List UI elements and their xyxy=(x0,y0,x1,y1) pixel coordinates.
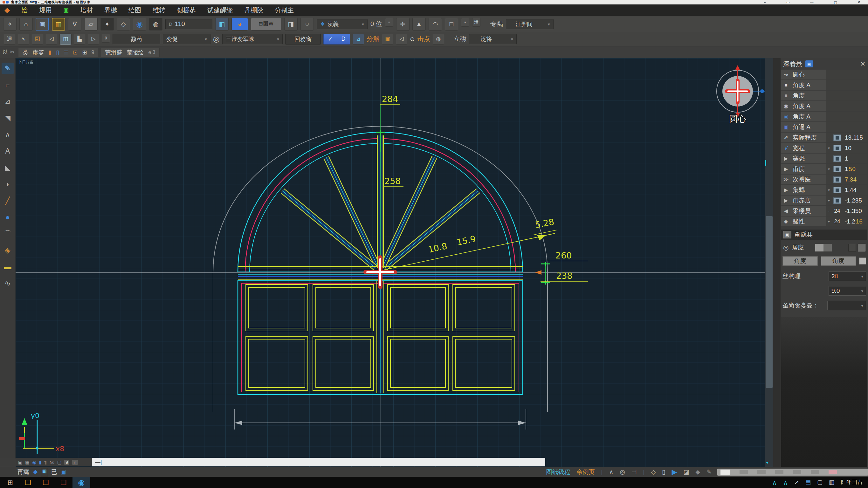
drawing-tool-button[interactable]: ⊿ xyxy=(2,96,14,107)
menu-item[interactable]: 娢 xyxy=(21,6,28,14)
drawing-tool-button[interactable]: A xyxy=(2,145,14,157)
toolbar-button[interactable]: ◫ xyxy=(60,34,71,44)
toolbar-button[interactable]: ◉ xyxy=(133,18,146,31)
chevron-down-icon[interactable] xyxy=(826,80,831,90)
toolbar-button[interactable]: 泄 xyxy=(472,18,480,27)
command-icon[interactable]: ▮ xyxy=(39,460,42,465)
drawing-tool-button[interactable]: ● xyxy=(2,211,14,223)
command-icon[interactable]: ◉ xyxy=(32,460,36,465)
chevron-down-icon[interactable]: · xyxy=(826,132,831,143)
property-value[interactable]: 10 xyxy=(843,143,867,153)
edge-icon[interactable]: ✂ xyxy=(10,49,14,56)
chevron-down-icon[interactable]: ▾ xyxy=(826,143,831,153)
circle-tool-icon[interactable]: ◎ xyxy=(213,35,220,43)
drawing-tool-button[interactable]: ∧ xyxy=(2,129,14,140)
command-icon[interactable]: ∩ xyxy=(72,460,78,465)
blob-tool-button[interactable]: ◍ xyxy=(433,34,444,44)
drawing-tool-button[interactable]: ✎ xyxy=(2,63,14,74)
property-value[interactable]: -1.350 xyxy=(843,206,867,216)
color-swatch[interactable] xyxy=(833,166,841,172)
font-combo[interactable]: 江羿间 ▾ xyxy=(506,19,554,29)
window-maximize-icon[interactable]: ▢ xyxy=(834,0,837,4)
status-item[interactable]: | xyxy=(601,468,603,476)
layout-tab[interactable]: ⊞ xyxy=(82,49,87,56)
tray-icon[interactable]: ∧ xyxy=(772,479,777,486)
property-swatch-cell[interactable] xyxy=(831,154,843,163)
property-swatch-cell[interactable] xyxy=(831,91,843,100)
chevron-down-icon[interactable] xyxy=(826,122,831,132)
drawing-tool-button[interactable]: ⌐ xyxy=(2,79,14,91)
property-swatch-cell[interactable]: 24 xyxy=(831,216,843,226)
property-swatch-cell[interactable] xyxy=(831,80,843,90)
layer-color-combo[interactable]: ✓ D xyxy=(323,34,350,44)
pan-tool-button[interactable]: ◧ xyxy=(215,18,228,31)
slider-thumb[interactable] xyxy=(720,469,730,475)
style-combo[interactable]: ❖ 茨義 ▾ xyxy=(317,19,368,29)
toolbar-button[interactable]: ◨ xyxy=(284,18,298,31)
property-swatch-cell[interactable] xyxy=(831,143,843,153)
property-row[interactable]: V 宽程 ▾ 10 xyxy=(781,143,867,153)
status-zoom-slider[interactable] xyxy=(717,468,868,476)
property-swatch-cell[interactable] xyxy=(831,195,843,205)
property-row[interactable]: ◀ 采楼员 · 24 -1.350 xyxy=(781,206,867,216)
scrollbar-arrow-icon[interactable]: ◂ xyxy=(766,460,768,465)
property-value[interactable]: 7.34 xyxy=(843,175,867,184)
property-row[interactable]: ▣ 角度 A xyxy=(781,112,867,121)
status-item[interactable]: ◇ xyxy=(651,468,656,476)
command-icon[interactable]: № xyxy=(50,460,54,465)
drawing-tool-button[interactable]: ◥ xyxy=(2,112,14,124)
property-swatch-cell[interactable] xyxy=(831,185,843,195)
property-value[interactable] xyxy=(843,101,867,111)
property-swatch-cell[interactable] xyxy=(831,112,843,121)
command-input[interactable]: —| xyxy=(92,458,545,466)
menu-item[interactable]: 培材 xyxy=(80,6,93,14)
layout-tab[interactable]: 类 xyxy=(22,49,28,56)
taskbar-app-icon[interactable]: ◉ xyxy=(72,477,90,488)
command-icon[interactable]: ▢ xyxy=(57,460,61,465)
osnap-label-2[interactable]: 击点 xyxy=(417,35,430,43)
toolbar-button[interactable]: ◁ xyxy=(46,34,57,44)
color-swatch[interactable] xyxy=(833,155,841,162)
drawing-tool-button[interactable]: ⌒ xyxy=(2,228,14,239)
chevron-down-icon[interactable]: ▾ xyxy=(826,216,831,226)
layout-tab[interactable]: 虛笭 xyxy=(32,49,44,56)
property-value[interactable] xyxy=(843,70,867,80)
mode-button-b[interactable] xyxy=(858,244,865,251)
menu-item[interactable]: 规用 xyxy=(39,6,52,14)
rect-snap-button[interactable]: ▣ xyxy=(382,34,393,44)
triangle-snap-button[interactable]: ◁ xyxy=(396,34,407,44)
tray-icon[interactable]: ▢ xyxy=(817,479,823,486)
chevron-down-icon[interactable]: ▾ xyxy=(826,195,831,205)
color-swatch[interactable] xyxy=(833,145,841,151)
status-icon[interactable]: 已 xyxy=(51,468,57,476)
menu-item[interactable]: 丹棚胶 xyxy=(244,6,263,14)
chevron-down-icon[interactable] xyxy=(826,70,831,80)
layout-tab[interactable]: ≣ xyxy=(64,49,68,56)
orbit-tool-button[interactable]: ◕ xyxy=(231,18,248,31)
circle-snap-icon[interactable]: ○ xyxy=(410,34,415,44)
toolbar-button[interactable]: ▱ xyxy=(84,18,98,31)
status-icon[interactable]: ▣ xyxy=(41,468,48,476)
color-swatch[interactable] xyxy=(833,177,841,183)
menu-item[interactable]: ◆ xyxy=(4,6,10,14)
layout-tab[interactable]: 莹陵绘 xyxy=(127,49,144,56)
mode-toggle-buttons[interactable] xyxy=(848,244,865,251)
toolbar-button[interactable]: ◠ xyxy=(429,18,442,31)
status-item[interactable]: ∧ xyxy=(609,468,613,476)
taskbar-app-icon[interactable]: ❏ xyxy=(55,477,72,488)
status-icon[interactable]: ▣ xyxy=(60,468,66,476)
drawing-tool-button[interactable]: ▬ xyxy=(2,261,14,272)
toolbar-button[interactable]: ◌ xyxy=(301,18,314,31)
angle-swatch[interactable] xyxy=(859,257,866,265)
panel-close-icon[interactable]: ✕ xyxy=(860,60,865,68)
view-mode-button[interactable]: ⊟国W xyxy=(251,18,281,31)
chevron-down-icon[interactable] xyxy=(826,154,831,163)
property-swatch-cell[interactable] xyxy=(831,164,843,174)
status-item[interactable]: ▯ xyxy=(662,468,665,476)
tray-icon[interactable]: ▤ xyxy=(805,479,811,486)
scale-combo[interactable]: 9.0 ▾ xyxy=(829,286,866,296)
toolbar-button[interactable]: ▪ xyxy=(461,18,469,27)
tray-icon[interactable]: ↗ xyxy=(794,479,799,486)
osnap-label-1[interactable]: 分斛 xyxy=(367,35,379,43)
command-icon[interactable]: ▣ xyxy=(18,460,22,465)
